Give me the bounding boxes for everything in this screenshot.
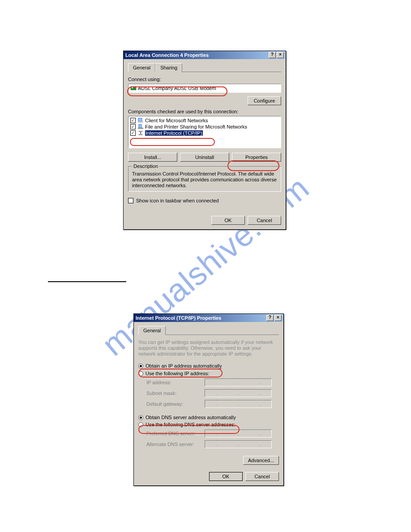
advanced-button[interactable]: Advanced... bbox=[243, 456, 279, 465]
components-listbox[interactable]: ✓ Client for Microsoft Networks ✓ File a… bbox=[128, 116, 281, 148]
gateway-input: ... bbox=[205, 400, 272, 408]
checkbox[interactable]: ✓ bbox=[130, 130, 136, 136]
tab-general[interactable]: General bbox=[138, 326, 166, 335]
install-button[interactable]: Install... bbox=[128, 153, 177, 162]
radio-use-dns[interactable]: Use the following DNS server addresses: bbox=[138, 421, 279, 428]
titlebar: Internet Protocol (TCP/IP) Properties ? … bbox=[134, 314, 283, 322]
svg-rect-0 bbox=[131, 86, 136, 90]
titlebar: Local Area Connection 4 Properties ? × bbox=[124, 51, 286, 59]
list-item[interactable]: ✓ Client for Microsoft Networks bbox=[129, 117, 280, 124]
cancel-button[interactable]: Cancel bbox=[248, 216, 281, 225]
dialog-title: Local Area Connection 4 Properties bbox=[125, 52, 268, 58]
show-icon-checkbox[interactable] bbox=[128, 198, 133, 203]
radio-label: Use the following IP address: bbox=[146, 371, 209, 376]
help-button[interactable]: ? bbox=[266, 315, 274, 321]
subnet-label: Subnet mask: bbox=[146, 390, 205, 396]
tab-general[interactable]: General bbox=[128, 63, 155, 72]
components-label: Components checked are used by this conn… bbox=[128, 109, 281, 114]
svg-rect-3 bbox=[138, 121, 143, 123]
radio-label: Obtain an IP address automatically bbox=[146, 363, 222, 369]
pref-dns-input: ... bbox=[205, 429, 272, 438]
show-icon-label: Show icon in taskbar when connected bbox=[136, 198, 219, 203]
checkbox[interactable]: ✓ bbox=[130, 118, 136, 123]
section-underline bbox=[48, 281, 126, 282]
radio-obtain-ip[interactable]: Obtain an IP address automatically bbox=[138, 362, 279, 370]
checkbox[interactable]: ✓ bbox=[130, 124, 136, 129]
client-icon bbox=[137, 118, 144, 123]
description-group: Description Transmission Control Protoco… bbox=[128, 166, 281, 192]
radio-use-ip[interactable]: Use the following IP address: bbox=[138, 370, 279, 377]
description-text: Transmission Control Protocol/Internet P… bbox=[132, 171, 277, 189]
uninstall-button[interactable]: Uninstall bbox=[180, 153, 229, 162]
radio-label: Use the following DNS server addresses: bbox=[146, 422, 235, 427]
tcpip-properties-dialog: Internet Protocol (TCP/IP) Properties ? … bbox=[133, 313, 284, 486]
gateway-label: Default gateway: bbox=[146, 401, 205, 407]
ok-button[interactable]: OK bbox=[209, 472, 243, 481]
dialog-title: Internet Protocol (TCP/IP) Properties bbox=[136, 315, 265, 321]
svg-rect-4 bbox=[139, 124, 141, 128]
tab-sharing[interactable]: Sharing bbox=[155, 63, 182, 72]
close-button[interactable]: × bbox=[277, 52, 284, 58]
help-button[interactable]: ? bbox=[269, 52, 276, 58]
component-label: File and Printer Sharing for Microsoft N… bbox=[145, 124, 247, 129]
properties-button[interactable]: Properties bbox=[232, 153, 281, 162]
connection-properties-dialog: Local Area Connection 4 Properties ? × G… bbox=[123, 51, 286, 230]
intro-text: You can get IP settings assigned automat… bbox=[138, 339, 279, 357]
radio-obtain-dns[interactable]: Obtain DNS server address automatically bbox=[138, 414, 279, 421]
ip-address-label: IP address: bbox=[146, 380, 205, 385]
radio-label: Obtain DNS server address automatically bbox=[146, 415, 236, 420]
connect-using-label: Connect using: bbox=[128, 77, 281, 82]
adapter-name: ADSL Company ADSL USB Modem bbox=[138, 86, 216, 91]
component-label-selected: Internet Protocol (TCP/IP) bbox=[145, 130, 203, 136]
pref-dns-label: Preferred DNS server: bbox=[146, 431, 205, 436]
close-button[interactable]: × bbox=[274, 315, 282, 321]
network-adapter-icon bbox=[130, 86, 137, 91]
ip-address-input: ... bbox=[205, 378, 272, 386]
svg-rect-1 bbox=[132, 87, 133, 88]
svg-rect-2 bbox=[138, 118, 142, 121]
description-legend: Description bbox=[132, 163, 159, 169]
component-label: Client for Microsoft Networks bbox=[145, 118, 208, 123]
svg-rect-5 bbox=[138, 128, 143, 129]
adapter-field: ADSL Company ADSL USB Modem bbox=[128, 84, 281, 93]
fileshare-icon bbox=[137, 124, 144, 129]
cancel-button[interactable]: Cancel bbox=[245, 472, 279, 481]
subnet-input: ... bbox=[205, 389, 272, 397]
list-item[interactable]: ✓ Internet Protocol (TCP/IP) bbox=[129, 130, 280, 136]
alt-dns-input: ... bbox=[205, 440, 272, 448]
configure-button[interactable]: Configure bbox=[248, 96, 281, 105]
protocol-icon bbox=[137, 130, 144, 136]
list-item[interactable]: ✓ File and Printer Sharing for Microsoft… bbox=[129, 124, 280, 130]
alt-dns-label: Alternate DNS server: bbox=[146, 442, 205, 447]
ok-button[interactable]: OK bbox=[211, 216, 245, 225]
